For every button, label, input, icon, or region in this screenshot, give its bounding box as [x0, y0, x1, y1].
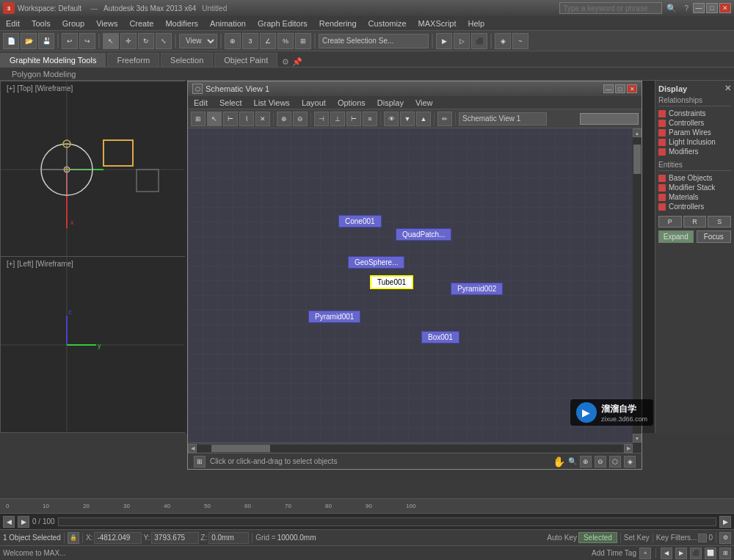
menu-views[interactable]: Views	[90, 18, 123, 29]
radio-r-btn[interactable]: R	[683, 216, 707, 228]
material-btn[interactable]: ◈	[495, 33, 511, 49]
rotate-btn[interactable]: ↻	[138, 33, 154, 49]
settings-icon[interactable]: ⚙	[719, 532, 731, 544]
sv-name-input[interactable]	[459, 112, 547, 126]
radio-p-btn[interactable]: P	[658, 216, 682, 228]
sv-menu-listviews[interactable]: List Views	[248, 97, 296, 109]
radio-s-btn[interactable]: S	[708, 216, 731, 228]
timeline-play-btn[interactable]: ▶	[18, 516, 29, 528]
sv-up-btn[interactable]: ▲	[416, 112, 431, 126]
open-button[interactable]: 📂	[21, 33, 37, 49]
node-tube001[interactable]: Tube001	[370, 275, 413, 289]
sv-menu-edit[interactable]: Edit	[188, 97, 214, 109]
sv-menu-view[interactable]: View	[410, 97, 439, 109]
sv-link-btn[interactable]: ⊢	[223, 112, 238, 126]
menu-graph-editors[interactable]: Graph Editors	[252, 18, 313, 29]
menu-customize[interactable]: Customize	[363, 18, 413, 29]
schematic-status-btn1[interactable]: ⊕	[580, 456, 592, 468]
sv-wire-btn[interactable]: ⌇	[239, 112, 254, 126]
sv-grid-btn[interactable]: ⊞	[191, 112, 206, 126]
tab-graphite-modeling[interactable]: Graphite Modeling Tools	[0, 53, 106, 67]
close-button[interactable]: ✕	[719, 3, 731, 13]
node-pyramid001[interactable]: Pyramid001	[308, 310, 360, 323]
angle-btn[interactable]: ∠	[260, 33, 276, 49]
schematic-scrollbar-h[interactable]: ◀ ▶	[188, 443, 633, 453]
x-input[interactable]	[94, 532, 142, 544]
menu-rendering[interactable]: Rendering	[313, 18, 363, 29]
msg-btn1[interactable]: ◀	[661, 548, 672, 559]
schematic-status-btn3[interactable]: ⬡	[609, 456, 621, 468]
menu-modifiers[interactable]: Modifiers	[159, 18, 204, 29]
sv-scroll-track-v[interactable]	[633, 137, 642, 434]
select-btn[interactable]: ↖	[103, 33, 119, 49]
timeline-scrubber[interactable]	[58, 517, 716, 526]
msg-btn2[interactable]: ▶	[675, 548, 687, 559]
node-box001[interactable]: Box001	[421, 331, 459, 343]
add-time-tag-label[interactable]: Add Time Tag	[592, 549, 636, 557]
scale-btn[interactable]: ⤡	[156, 33, 172, 49]
sv-layout-btn[interactable]: ≡	[363, 112, 377, 126]
maximize-button[interactable]: □	[706, 3, 718, 13]
spinner-btn[interactable]: ⊞	[295, 33, 311, 49]
sv-pencil-btn[interactable]: ✏	[437, 112, 452, 126]
schematic-status-btn2[interactable]: ⊖	[595, 456, 606, 468]
new-button[interactable]: 📄	[3, 33, 19, 49]
node-cone001[interactable]: Cone001	[338, 215, 382, 228]
render-btn1[interactable]: ▶	[436, 33, 452, 49]
menu-create[interactable]: Create	[123, 18, 159, 29]
panel-close-btn[interactable]: ✕	[724, 84, 731, 93]
minimize-button[interactable]: —	[693, 3, 705, 13]
percent-btn[interactable]: %	[277, 33, 294, 49]
sv-filter-btn[interactable]: ▼	[400, 112, 415, 126]
sv-scroll-down-btn[interactable]: ▼	[633, 434, 642, 443]
timeline-track-bar[interactable]: ◀ ▶ 0 / 100 ▶	[0, 513, 734, 529]
menu-animation[interactable]: Animation	[204, 18, 252, 29]
msg-btn3[interactable]: ⬛	[690, 548, 702, 559]
magnet-btn[interactable]: ⊕	[225, 33, 241, 49]
sv-align-right-btn[interactable]: ⊢	[346, 112, 361, 126]
focus-btn[interactable]: Focus	[697, 230, 732, 243]
search-input[interactable]	[559, 2, 662, 14]
timeline-next-btn[interactable]: ▶	[719, 516, 731, 528]
undo-button[interactable]: ↩	[62, 33, 78, 49]
sv-menu-options[interactable]: Options	[332, 97, 371, 109]
redo-button[interactable]: ↪	[79, 33, 95, 49]
z-input[interactable]	[208, 532, 249, 544]
sv-align-center-btn[interactable]: ⊥	[330, 112, 345, 126]
viewport-top[interactable]: [+] [Top] [Wireframe]	[0, 81, 185, 257]
lock-icon[interactable]: 🔒	[68, 532, 79, 544]
sv-show-btn[interactable]: 👁	[384, 112, 399, 126]
menu-group[interactable]: Group	[57, 18, 91, 29]
menu-edit[interactable]: Edit	[0, 18, 26, 29]
view-dropdown[interactable]: View	[179, 34, 217, 48]
tab-freeform[interactable]: Freeform	[107, 53, 159, 67]
node-pyramid002[interactable]: Pyramid002	[451, 283, 503, 295]
save-button[interactable]: 💾	[38, 33, 54, 49]
render-frame-btn[interactable]: ⬛	[471, 33, 487, 49]
sv-menu-select[interactable]: Select	[214, 97, 248, 109]
key-filters-btn[interactable]	[698, 534, 707, 542]
menu-tools[interactable]: Tools	[26, 18, 57, 29]
sv-align-left-btn[interactable]: ⊣	[314, 112, 329, 126]
sv-delete-btn[interactable]: ✕	[255, 112, 270, 126]
node-quadpatch[interactable]: QuadPatch...	[396, 228, 451, 241]
menu-maxscript[interactable]: MAXScript	[413, 18, 462, 29]
sv-menu-layout[interactable]: Layout	[296, 97, 332, 109]
sv-scroll-track-h[interactable]	[197, 445, 624, 452]
tab-selection[interactable]: Selection	[161, 53, 213, 67]
render-btn2[interactable]: ▷	[454, 33, 470, 49]
tab-object-paint[interactable]: Object Paint	[214, 53, 277, 67]
sv-select-btn[interactable]: ↖	[207, 112, 222, 126]
create-selection-input[interactable]	[319, 34, 429, 48]
viewport-bottom[interactable]: [+] [Left] [Wireframe] z y	[0, 257, 185, 433]
node-geosphere[interactable]: GeoSphere...	[348, 256, 404, 269]
msg-btn4[interactable]: ⬜	[705, 548, 716, 559]
msg-btn5[interactable]: ⊞	[719, 548, 731, 559]
schematic-status-btn4[interactable]: ◈	[624, 456, 636, 468]
snap3d-btn[interactable]: 3	[242, 33, 258, 49]
sv-menu-display[interactable]: Display	[371, 97, 410, 109]
sv-expand-btn[interactable]: ⊕	[277, 112, 291, 126]
add-time-tag-btn[interactable]: +	[639, 548, 651, 559]
schematic-close-btn[interactable]: ✕	[627, 84, 637, 93]
sv-contract-btn[interactable]: ⊖	[293, 112, 308, 126]
